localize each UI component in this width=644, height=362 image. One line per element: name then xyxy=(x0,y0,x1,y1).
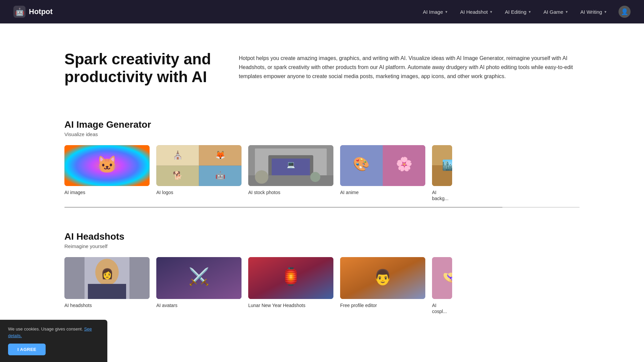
cosplay-label: AI cospl... xyxy=(432,303,447,314)
background-partial-image: 🏙️ xyxy=(432,145,452,186)
logo-cell-1: ⛪ xyxy=(156,145,199,166)
image-gallery-row: 🐱 AI images ⛪ 🦊 🐕 🤖 AI logos xyxy=(64,145,580,201)
ai-logos-thumbnail: ⛪ 🦊 🐕 🤖 xyxy=(156,145,241,186)
gallery-item-headshots[interactable]: 👩 AI headshots xyxy=(64,257,150,314)
anime-image: 🎨 🌸 xyxy=(340,145,425,186)
hero-right: Hotpot helps you create amazing images, … xyxy=(239,50,580,81)
avatars-label: AI avatars xyxy=(156,303,177,308)
image-generator-subtitle: Visualize ideas xyxy=(64,131,580,137)
svg-text:👨: 👨 xyxy=(373,268,392,286)
chevron-down-icon: ▼ xyxy=(604,10,607,14)
svg-text:🏮: 🏮 xyxy=(280,266,302,287)
chevron-down-icon: ▼ xyxy=(528,10,531,14)
svg-text:👒: 👒 xyxy=(442,269,452,286)
logos-grid-image: ⛪ 🦊 🐕 🤖 xyxy=(156,145,241,186)
ai-anime-label: AI anime xyxy=(340,190,359,195)
navbar: 🤖 Hotpot AI Image ▼ AI Headshot ▼ AI Edi… xyxy=(0,0,644,23)
colorful-cat-image: 🐱 xyxy=(64,145,150,186)
hero-section: Spark creativity and productivity with A… xyxy=(0,23,644,113)
headshots-thumbnail: 👩 xyxy=(64,257,150,299)
hero-description: Hotpot helps you create amazing images, … xyxy=(239,54,580,81)
brand-name: Hotpot xyxy=(29,7,53,16)
nav-item-ai-image[interactable]: AI Image ▼ xyxy=(418,6,453,17)
svg-text:🏙️: 🏙️ xyxy=(442,159,452,171)
fantasy-avatar-image: ⚔️ xyxy=(156,257,241,299)
cosplay-partial-thumbnail: 👒 xyxy=(432,257,452,299)
ai-background-label: AI backg... xyxy=(432,190,448,201)
headshots-section: AI Headshots Reimagine yourself 👩 AI hea… xyxy=(0,225,644,331)
svg-text:🌸: 🌸 xyxy=(396,156,413,172)
image-generator-section: AI Image Generator Visualize ideas xyxy=(0,113,644,225)
profile-editor-label: Free profile editor xyxy=(340,303,377,308)
avatars-thumbnail: ⚔️ xyxy=(156,257,241,299)
headshots-title: AI Headshots xyxy=(64,231,580,242)
user-icon: 👤 xyxy=(621,8,628,15)
svg-text:🎨: 🎨 xyxy=(353,156,370,172)
lunar-thumbnail: 🏮 xyxy=(248,257,333,299)
svg-text:🤖: 🤖 xyxy=(15,7,24,16)
professional-headshot-image: 👩 xyxy=(64,257,150,299)
user-avatar[interactable]: 👤 xyxy=(619,6,631,18)
nav-item-ai-game[interactable]: AI Game ▼ xyxy=(539,6,573,17)
logo-cell-3: 🐕 xyxy=(156,166,199,186)
gallery-item-ai-images[interactable]: 🐱 AI images xyxy=(64,145,150,201)
chevron-down-icon: ▼ xyxy=(565,10,568,14)
svg-point-10 xyxy=(310,172,320,182)
lunar-label: Lunar New Year Headshots xyxy=(248,303,305,308)
brand-logo-link[interactable]: 🤖 Hotpot xyxy=(13,6,53,18)
nav-item-ai-writing[interactable]: AI Writing ▼ xyxy=(576,6,612,17)
ai-logos-label: AI logos xyxy=(156,190,173,195)
svg-text:🐱: 🐱 xyxy=(97,155,118,175)
gallery-item-ai-stock[interactable]: 💻 AI stock photos xyxy=(248,145,333,201)
nav-item-ai-editing[interactable]: AI Editing ▼ xyxy=(500,6,536,17)
ai-images-thumbnail: 🐱 xyxy=(64,145,150,186)
cookie-text: We use cookies. Usage gives consent. See… xyxy=(8,326,99,331)
image-scroll-fill xyxy=(64,207,502,208)
logo-cell-2: 🦊 xyxy=(199,145,241,166)
svg-text:⚔️: ⚔️ xyxy=(189,266,210,287)
gallery-item-ai-logos[interactable]: ⛪ 🦊 🐕 🤖 AI logos xyxy=(156,145,241,201)
ai-anime-thumbnail: 🎨 🌸 xyxy=(340,145,425,186)
profile-editor-image: 👨 xyxy=(340,257,425,299)
svg-rect-22 xyxy=(88,284,126,299)
headshots-label: AI headshots xyxy=(64,303,92,308)
gallery-item-ai-background-partial[interactable]: 🏙️ AI backg... xyxy=(432,145,452,201)
hotpot-logo-icon: 🤖 xyxy=(13,6,25,18)
cookie-banner: We use cookies. Usage gives consent. See… xyxy=(0,320,107,331)
svg-text:👩: 👩 xyxy=(101,268,114,280)
gallery-item-profile-editor[interactable]: 👨 Free profile editor xyxy=(340,257,425,314)
ai-images-label: AI images xyxy=(64,190,85,195)
chevron-down-icon: ▼ xyxy=(489,10,493,14)
headshots-gallery-row: 👩 AI headshots xyxy=(64,257,580,314)
gallery-item-lunar[interactable]: 🏮 Lunar New Year Headshots xyxy=(248,257,333,314)
gallery-item-avatars[interactable]: ⚔️ AI avatars xyxy=(156,257,241,314)
ai-stock-thumbnail: 💻 xyxy=(248,145,333,186)
image-scroll-bar xyxy=(64,207,580,208)
gallery-item-ai-anime[interactable]: 🎨 🌸 AI anime xyxy=(340,145,425,201)
hero-title: Spark creativity and productivity with A… xyxy=(64,50,219,86)
svg-text:💻: 💻 xyxy=(287,161,295,169)
workspace-image: 💻 xyxy=(248,145,333,186)
lunar-headshot-image: 🏮 xyxy=(248,257,333,299)
svg-point-9 xyxy=(255,170,268,184)
profile-editor-thumbnail: 👨 xyxy=(340,257,425,299)
nav-item-ai-headshot[interactable]: AI Headshot ▼ xyxy=(455,6,497,17)
gallery-item-cosplay-partial[interactable]: 👒 AI cospl... xyxy=(432,257,452,314)
headshots-subtitle: Reimagine yourself xyxy=(64,243,580,249)
hero-left: Spark creativity and productivity with A… xyxy=(64,50,219,93)
ai-stock-label: AI stock photos xyxy=(248,190,280,195)
chevron-down-icon: ▼ xyxy=(445,10,448,14)
nav-links: AI Image ▼ AI Headshot ▼ AI Editing ▼ AI… xyxy=(418,6,631,18)
cosplay-partial-image: 👒 xyxy=(432,257,452,299)
image-generator-title: AI Image Generator xyxy=(64,119,580,130)
logo-cell-4: 🤖 xyxy=(199,166,241,186)
ai-background-partial-thumbnail: 🏙️ xyxy=(432,145,452,186)
